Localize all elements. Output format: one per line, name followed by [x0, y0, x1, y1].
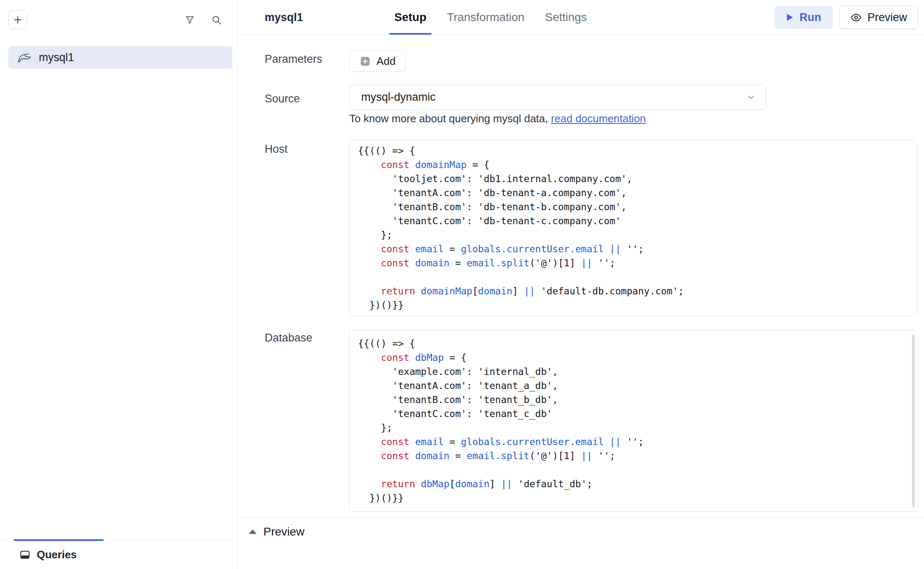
- filter-icon[interactable]: [185, 14, 195, 25]
- mysql-icon: [17, 52, 31, 63]
- add-parameter-button[interactable]: Add: [349, 50, 406, 72]
- query-list-item-mysql1[interactable]: mysql1: [8, 46, 232, 69]
- parameters-label: Parameters: [265, 53, 322, 66]
- sidebar-header: [0, 0, 237, 40]
- header-tabs: Setup Transformation Settings: [389, 0, 592, 34]
- query-header: mysql1 Setup Transformation Settings Run: [238, 0, 924, 35]
- query-title: mysql1: [265, 11, 303, 24]
- header-actions: Run Preview: [775, 6, 918, 29]
- collapse-up-icon: [249, 529, 256, 534]
- eye-icon: [851, 12, 862, 23]
- plus-icon: [13, 15, 23, 25]
- preview-button-label: Preview: [867, 11, 907, 24]
- queries-tab[interactable]: Queries: [0, 541, 237, 569]
- play-icon: [786, 13, 794, 21]
- queries-tab-active-indicator: [14, 539, 104, 541]
- queries-panel-icon: [19, 549, 31, 560]
- add-query-button[interactable]: [8, 10, 27, 29]
- run-button-label: Run: [799, 11, 821, 24]
- add-parameter-label: Add: [377, 55, 396, 68]
- chevron-down-icon: [746, 92, 756, 102]
- database-label: Database: [265, 332, 313, 344]
- source-select-value: mysql-dynamic: [361, 91, 436, 104]
- plus-square-icon: [360, 56, 371, 67]
- preview-section-toggle[interactable]: Preview: [238, 517, 924, 545]
- tab-setup-label: Setup: [394, 11, 426, 24]
- tab-transformation-label: Transformation: [447, 11, 524, 24]
- query-list-sidebar: mysql1 Queries: [0, 0, 238, 569]
- query-setup-panel: mysql1 Setup Transformation Settings Run: [238, 0, 924, 569]
- read-documentation-link[interactable]: read documentation: [551, 112, 646, 125]
- database-code-editor[interactable]: {{(() => { const dbMap = { 'example.com'…: [349, 330, 917, 512]
- tab-transformation[interactable]: Transformation: [442, 0, 529, 34]
- queries-tab-label: Queries: [37, 548, 77, 561]
- preview-button[interactable]: Preview: [839, 6, 918, 29]
- host-label: Host: [265, 143, 288, 156]
- tab-settings-label: Settings: [545, 11, 587, 24]
- run-button[interactable]: Run: [775, 6, 832, 29]
- host-code: {{(() => { const domainMap = { 'tooljet.…: [358, 144, 909, 312]
- tab-setup[interactable]: Setup: [389, 0, 431, 34]
- source-help-prefix: To know more about querying mysql data,: [349, 112, 551, 125]
- tab-settings[interactable]: Settings: [540, 0, 592, 34]
- host-code-editor[interactable]: {{(() => { const domainMap = { 'tooljet.…: [349, 140, 917, 316]
- source-label: Source: [265, 92, 300, 105]
- search-icon[interactable]: [211, 14, 222, 26]
- query-editor: mysql1 Queries mysql1 Setup Transformati…: [0, 0, 924, 569]
- queries-bottom-bar: Queries: [0, 540, 237, 569]
- database-editor-scrollbar[interactable]: [912, 334, 915, 507]
- source-help-text: To know more about querying mysql data, …: [349, 112, 646, 125]
- query-item-label: mysql1: [39, 51, 74, 64]
- source-select[interactable]: mysql-dynamic: [349, 84, 766, 110]
- preview-section-label: Preview: [263, 525, 305, 538]
- database-code: {{(() => { const dbMap = { 'example.com'…: [358, 337, 909, 505]
